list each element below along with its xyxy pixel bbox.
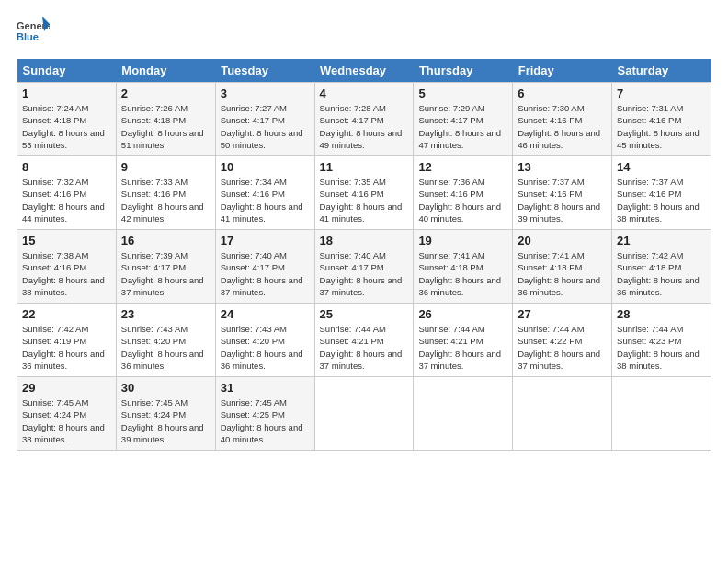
day-detail: Sunrise: 7:40 AMSunset: 4:17 PMDaylight:… (320, 250, 403, 297)
day-number: 11 (320, 160, 409, 174)
day-number: 8 (22, 160, 111, 174)
day-number: 16 (121, 234, 210, 247)
day-detail: Sunrise: 7:36 AMSunset: 4:16 PMDaylight:… (418, 177, 501, 224)
calendar-cell: 15 Sunrise: 7:38 AMSunset: 4:16 PMDaylig… (17, 230, 117, 304)
day-number: 19 (418, 234, 507, 247)
day-detail: Sunrise: 7:44 AMSunset: 4:21 PMDaylight:… (418, 324, 501, 371)
page-header: General Blue (17, 15, 711, 48)
day-detail: Sunrise: 7:30 AMSunset: 4:16 PMDaylight:… (518, 103, 600, 150)
calendar-cell: 19 Sunrise: 7:41 AMSunset: 4:18 PMDaylig… (414, 230, 513, 304)
day-number: 29 (22, 381, 111, 395)
day-number: 18 (320, 234, 409, 247)
calendar-cell: 14 Sunrise: 7:37 AMSunset: 4:16 PMDaylig… (612, 156, 711, 230)
day-detail: Sunrise: 7:40 AMSunset: 4:17 PMDaylight:… (221, 250, 303, 297)
day-detail: Sunrise: 7:44 AMSunset: 4:23 PMDaylight:… (617, 324, 700, 371)
calendar-cell: 20 Sunrise: 7:41 AMSunset: 4:18 PMDaylig… (513, 230, 612, 304)
calendar-cell: 22 Sunrise: 7:42 AMSunset: 4:19 PMDaylig… (17, 304, 117, 377)
day-number: 14 (617, 160, 706, 174)
day-number: 31 (221, 381, 310, 395)
day-detail: Sunrise: 7:45 AMSunset: 4:24 PMDaylight:… (22, 397, 105, 444)
day-detail: Sunrise: 7:37 AMSunset: 4:16 PMDaylight:… (518, 177, 600, 224)
day-header-saturday: Saturday (612, 59, 711, 83)
day-detail: Sunrise: 7:37 AMSunset: 4:16 PMDaylight:… (617, 177, 700, 224)
calendar-cell: 23 Sunrise: 7:43 AMSunset: 4:20 PMDaylig… (116, 304, 215, 377)
calendar-cell: 7 Sunrise: 7:31 AMSunset: 4:16 PMDayligh… (612, 83, 711, 156)
day-number: 22 (22, 307, 111, 321)
day-number: 5 (418, 86, 507, 100)
day-detail: Sunrise: 7:43 AMSunset: 4:20 PMDaylight:… (221, 324, 303, 371)
calendar-cell (314, 377, 414, 451)
calendar-cell: 29 Sunrise: 7:45 AMSunset: 4:24 PMDaylig… (17, 377, 117, 451)
calendar-cell (414, 377, 513, 451)
calendar-cell: 21 Sunrise: 7:42 AMSunset: 4:18 PMDaylig… (612, 230, 711, 304)
day-detail: Sunrise: 7:27 AMSunset: 4:17 PMDaylight:… (221, 103, 303, 150)
day-detail: Sunrise: 7:44 AMSunset: 4:21 PMDaylight:… (320, 324, 403, 371)
day-number: 25 (320, 307, 409, 321)
calendar-cell: 26 Sunrise: 7:44 AMSunset: 4:21 PMDaylig… (414, 304, 513, 377)
calendar-cell: 30 Sunrise: 7:45 AMSunset: 4:24 PMDaylig… (116, 377, 215, 451)
day-header-friday: Friday (513, 59, 612, 83)
calendar-cell: 28 Sunrise: 7:44 AMSunset: 4:23 PMDaylig… (612, 304, 711, 377)
day-number: 12 (418, 160, 507, 174)
day-detail: Sunrise: 7:33 AMSunset: 4:16 PMDaylight:… (121, 177, 204, 224)
day-detail: Sunrise: 7:44 AMSunset: 4:22 PMDaylight:… (518, 324, 600, 371)
day-number: 6 (518, 86, 607, 100)
day-detail: Sunrise: 7:41 AMSunset: 4:18 PMDaylight:… (518, 250, 600, 297)
day-header-thursday: Thursday (414, 59, 513, 83)
calendar-cell: 12 Sunrise: 7:36 AMSunset: 4:16 PMDaylig… (414, 156, 513, 230)
day-number: 4 (320, 86, 409, 100)
day-detail: Sunrise: 7:24 AMSunset: 4:18 PMDaylight:… (22, 103, 105, 150)
day-header-wednesday: Wednesday (314, 59, 414, 83)
logo-icon: General Blue (17, 15, 50, 48)
day-header-monday: Monday (116, 59, 215, 83)
calendar-cell: 10 Sunrise: 7:34 AMSunset: 4:16 PMDaylig… (215, 156, 314, 230)
day-number: 17 (221, 234, 310, 247)
day-detail: Sunrise: 7:39 AMSunset: 4:17 PMDaylight:… (121, 250, 204, 297)
day-detail: Sunrise: 7:26 AMSunset: 4:18 PMDaylight:… (121, 103, 204, 150)
day-detail: Sunrise: 7:32 AMSunset: 4:16 PMDaylight:… (22, 177, 105, 224)
day-number: 21 (617, 234, 706, 247)
day-detail: Sunrise: 7:35 AMSunset: 4:16 PMDaylight:… (320, 177, 403, 224)
day-detail: Sunrise: 7:38 AMSunset: 4:16 PMDaylight:… (22, 250, 105, 297)
calendar-cell: 1 Sunrise: 7:24 AMSunset: 4:18 PMDayligh… (17, 83, 117, 156)
calendar-cell: 6 Sunrise: 7:30 AMSunset: 4:16 PMDayligh… (513, 83, 612, 156)
day-detail: Sunrise: 7:45 AMSunset: 4:25 PMDaylight:… (221, 397, 303, 444)
calendar-cell: 25 Sunrise: 7:44 AMSunset: 4:21 PMDaylig… (314, 304, 414, 377)
day-number: 30 (121, 381, 210, 395)
day-number: 27 (518, 307, 607, 321)
day-header-tuesday: Tuesday (215, 59, 314, 83)
calendar-cell: 17 Sunrise: 7:40 AMSunset: 4:17 PMDaylig… (215, 230, 314, 304)
day-number: 13 (518, 160, 607, 174)
day-number: 10 (221, 160, 310, 174)
day-header-sunday: Sunday (17, 59, 117, 83)
calendar-cell: 8 Sunrise: 7:32 AMSunset: 4:16 PMDayligh… (17, 156, 117, 230)
day-number: 20 (518, 234, 607, 247)
day-number: 9 (121, 160, 210, 174)
calendar-cell: 11 Sunrise: 7:35 AMSunset: 4:16 PMDaylig… (314, 156, 414, 230)
day-detail: Sunrise: 7:28 AMSunset: 4:17 PMDaylight:… (320, 103, 403, 150)
day-number: 2 (121, 86, 210, 100)
calendar-cell: 31 Sunrise: 7:45 AMSunset: 4:25 PMDaylig… (215, 377, 314, 451)
day-detail: Sunrise: 7:31 AMSunset: 4:16 PMDaylight:… (617, 103, 700, 150)
calendar-cell: 4 Sunrise: 7:28 AMSunset: 4:17 PMDayligh… (314, 83, 414, 156)
calendar-cell (612, 377, 711, 451)
calendar-cell: 16 Sunrise: 7:39 AMSunset: 4:17 PMDaylig… (116, 230, 215, 304)
day-number: 24 (221, 307, 310, 321)
day-detail: Sunrise: 7:45 AMSunset: 4:24 PMDaylight:… (121, 397, 204, 444)
calendar-cell: 18 Sunrise: 7:40 AMSunset: 4:17 PMDaylig… (314, 230, 414, 304)
page-container: General Blue SundayMondayTuesdayWednesda… (0, 0, 728, 460)
day-number: 3 (221, 86, 310, 100)
calendar-cell (513, 377, 612, 451)
day-detail: Sunrise: 7:42 AMSunset: 4:18 PMDaylight:… (617, 250, 700, 297)
day-detail: Sunrise: 7:29 AMSunset: 4:17 PMDaylight:… (418, 103, 501, 150)
day-number: 26 (418, 307, 507, 321)
svg-text:Blue: Blue (17, 31, 39, 42)
day-detail: Sunrise: 7:43 AMSunset: 4:20 PMDaylight:… (121, 324, 204, 371)
day-number: 23 (121, 307, 210, 321)
day-number: 28 (617, 307, 706, 321)
day-number: 15 (22, 234, 111, 247)
calendar-cell: 5 Sunrise: 7:29 AMSunset: 4:17 PMDayligh… (414, 83, 513, 156)
calendar-table: SundayMondayTuesdayWednesdayThursdayFrid… (17, 59, 711, 451)
calendar-cell: 2 Sunrise: 7:26 AMSunset: 4:18 PMDayligh… (116, 83, 215, 156)
day-detail: Sunrise: 7:42 AMSunset: 4:19 PMDaylight:… (22, 324, 105, 371)
